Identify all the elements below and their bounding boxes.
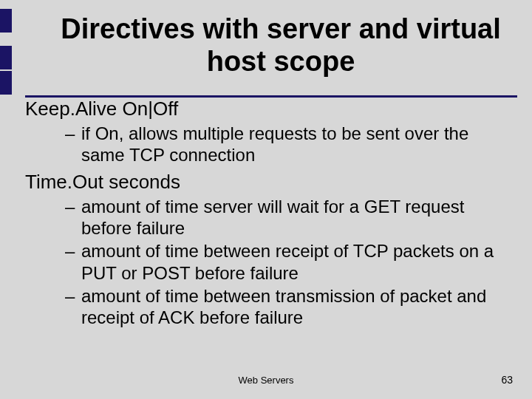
slide-title: Directives with server and virtual host … [52,13,510,78]
directive-list: amount of time server will wait for a GE… [25,196,510,329]
directive-heading: Keep.Alive On|Off [25,97,510,121]
list-item: amount of time server will wait for a GE… [65,196,510,239]
slide: Directives with server and virtual host … [0,0,532,399]
list-item: amount of time between receipt of TCP pa… [65,240,510,284]
footer-label: Web Servers [0,375,532,386]
list-item: if On, allows multiple requests to be se… [65,123,510,166]
directive-heading: Time.Out seconds [25,170,510,194]
list-item: amount of time between transmission of p… [65,285,510,329]
title-underline [25,95,517,98]
content-area: Keep.Alive On|Off if On, allows multiple… [0,83,532,328]
page-number: 63 [501,374,513,386]
directive-list: if On, allows multiple requests to be se… [25,123,510,166]
title-area: Directives with server and virtual host … [0,0,532,83]
